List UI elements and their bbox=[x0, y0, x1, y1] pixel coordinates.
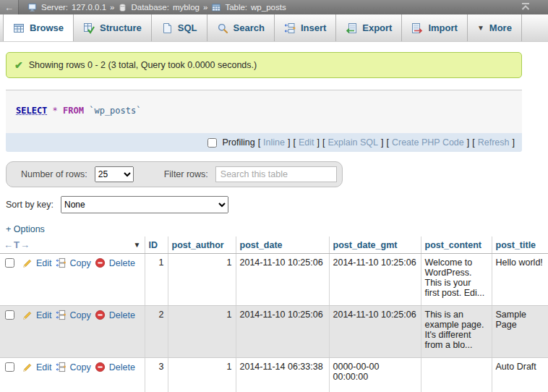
sql-query: SELECT * FROM `wp_posts` bbox=[16, 106, 141, 116]
cell-post-content[interactable]: Welcome to WordPress. This is your first… bbox=[421, 254, 492, 306]
column-header-id[interactable]: ID bbox=[145, 237, 168, 254]
cell-post-content[interactable]: This is an example page. It's different … bbox=[421, 306, 492, 358]
edit-row-link[interactable]: Edit bbox=[36, 310, 52, 320]
inline-link[interactable]: Inline bbox=[263, 137, 285, 148]
breadcrumb-bar: ← Server: 127.0.0.1 » Database: myblog »… bbox=[0, 0, 548, 14]
tab-browse[interactable]: Browse bbox=[3, 14, 74, 41]
tab-label: SQL bbox=[178, 22, 197, 33]
cell-post-date[interactable]: 2014-11-10 10:25:06 bbox=[236, 254, 329, 306]
column-header-post-title[interactable]: post_title bbox=[492, 237, 548, 254]
server-label: Server: bbox=[41, 3, 68, 12]
edit-query-link[interactable]: Edit bbox=[299, 137, 314, 148]
column-arrows-icon[interactable]: ←T→ bbox=[4, 239, 30, 250]
crumb-separator: » bbox=[110, 3, 114, 12]
copy-icon[interactable] bbox=[56, 362, 67, 372]
tab-sql[interactable]: SQL bbox=[152, 14, 207, 41]
cell-post-date-gmt[interactable]: 0000-00-00 00:00:00 bbox=[329, 358, 421, 392]
tab-more[interactable]: ▼ More bbox=[468, 14, 522, 41]
success-check-icon: ✔ bbox=[14, 59, 23, 71]
bracket: ] bbox=[317, 137, 320, 148]
sort-caret-icon[interactable]: ▼ bbox=[134, 241, 141, 249]
tab-search[interactable]: Search bbox=[207, 14, 275, 41]
sql-icon bbox=[161, 22, 173, 34]
cell-post-date-gmt[interactable]: 2014-11-10 10:25:06 bbox=[329, 254, 421, 306]
pencil-icon[interactable] bbox=[22, 258, 33, 268]
server-icon bbox=[27, 2, 38, 12]
cell-post-author[interactable]: 1 bbox=[168, 358, 236, 392]
database-icon bbox=[118, 3, 127, 12]
edit-row-link[interactable]: Edit bbox=[36, 258, 52, 268]
sort-by-key-label: Sort by key: bbox=[6, 200, 53, 210]
copy-icon[interactable] bbox=[56, 257, 67, 268]
column-header-post-date[interactable]: post_date bbox=[236, 237, 329, 254]
create-php-code-link[interactable]: Create PHP Code bbox=[392, 137, 464, 148]
export-icon bbox=[346, 22, 357, 34]
table-link[interactable]: wp_posts bbox=[251, 3, 286, 12]
pencil-icon[interactable] bbox=[22, 362, 33, 372]
bracket: [ bbox=[322, 137, 325, 148]
tab-structure[interactable]: Structure bbox=[74, 14, 152, 41]
import-icon bbox=[411, 22, 423, 34]
tab-export[interactable]: Export bbox=[336, 14, 402, 41]
cell-id[interactable]: 1 bbox=[145, 254, 168, 306]
delete-icon[interactable] bbox=[95, 362, 106, 372]
profiling-checkbox[interactable] bbox=[207, 138, 217, 148]
table-row: Edit Copy Delete 3 1 2014-11-14 06:33:38… bbox=[0, 358, 548, 392]
cell-post-date-gmt[interactable]: 2014-11-10 10:25:06 bbox=[329, 306, 421, 358]
row-checkbox[interactable] bbox=[5, 310, 14, 320]
pencil-icon[interactable] bbox=[22, 310, 33, 320]
table-label: Table: bbox=[225, 3, 247, 12]
cell-post-author[interactable]: 1 bbox=[168, 254, 236, 306]
cell-id[interactable]: 2 bbox=[145, 306, 168, 358]
bracket: [ bbox=[472, 137, 474, 148]
sql-keyword: FROM bbox=[63, 106, 84, 116]
cell-post-title[interactable]: Hello world! bbox=[492, 254, 548, 306]
delete-row-link[interactable]: Delete bbox=[109, 310, 135, 320]
tab-bar: Browse Structure SQL Search Insert Expor… bbox=[0, 14, 548, 42]
cell-post-title[interactable]: Auto Draft bbox=[492, 358, 548, 392]
tab-insert[interactable]: Insert bbox=[275, 14, 336, 41]
delete-row-link[interactable]: Delete bbox=[109, 362, 135, 372]
query-section: SELECT * FROM `wp_posts` Profiling [ Inl… bbox=[6, 90, 522, 152]
back-button[interactable]: ← bbox=[0, 0, 19, 14]
cell-post-author[interactable]: 1 bbox=[168, 306, 236, 358]
table-row: Edit Copy Delete 2 1 2014-11-10 10:25:06… bbox=[0, 306, 548, 358]
status-text: Showing rows 0 - 2 (3 total, Query took … bbox=[29, 60, 257, 70]
header-row: ←T→ ▼ ID post_author post_date post_date… bbox=[0, 237, 548, 254]
cell-id[interactable]: 3 bbox=[145, 358, 168, 392]
column-header-post-author[interactable]: post_author bbox=[168, 237, 236, 254]
cell-post-title[interactable]: Sample Page bbox=[492, 306, 548, 358]
column-header-post-content[interactable]: post_content bbox=[421, 237, 492, 254]
number-of-rows-select[interactable]: 25 bbox=[95, 166, 134, 182]
row-checkbox[interactable] bbox=[5, 362, 14, 372]
tab-label: Search bbox=[234, 22, 265, 33]
sort-by-key-select[interactable]: None bbox=[61, 196, 228, 213]
bracket: ] bbox=[288, 137, 290, 148]
cell-post-date[interactable]: 2014-11-14 06:33:38 bbox=[236, 358, 329, 392]
table-icon bbox=[211, 3, 221, 12]
filter-rows-input[interactable] bbox=[215, 166, 337, 182]
cell-post-content[interactable] bbox=[421, 358, 492, 392]
delete-row-link[interactable]: Delete bbox=[109, 258, 135, 268]
breadcrumb: Server: 127.0.0.1 » Database: myblog » T… bbox=[19, 2, 286, 12]
tab-label: More bbox=[489, 22, 512, 33]
copy-row-link[interactable]: Copy bbox=[70, 258, 91, 268]
collapse-icon[interactable] bbox=[521, 2, 531, 12]
tab-import[interactable]: Import bbox=[402, 14, 467, 41]
explain-sql-link[interactable]: Explain SQL bbox=[327, 137, 377, 148]
delete-icon[interactable] bbox=[95, 310, 106, 320]
edit-row-link[interactable]: Edit bbox=[36, 362, 52, 372]
table-row: Edit Copy Delete 1 1 2014-11-10 10:25:06… bbox=[0, 254, 548, 306]
column-header-post-date-gmt[interactable]: post_date_gmt bbox=[329, 237, 421, 254]
refresh-link[interactable]: Refresh bbox=[478, 137, 510, 148]
server-link[interactable]: 127.0.0.1 bbox=[72, 3, 106, 12]
copy-icon[interactable] bbox=[56, 310, 67, 320]
database-link[interactable]: myblog bbox=[173, 3, 200, 12]
copy-row-link[interactable]: Copy bbox=[70, 310, 91, 320]
row-checkbox[interactable] bbox=[5, 258, 14, 268]
main-content: ✔ Showing rows 0 - 2 (3 total, Query too… bbox=[0, 52, 522, 234]
options-toggle[interactable]: + Options bbox=[6, 224, 45, 234]
copy-row-link[interactable]: Copy bbox=[70, 362, 91, 372]
delete-icon[interactable] bbox=[95, 257, 106, 268]
cell-post-date[interactable]: 2014-11-10 10:25:06 bbox=[236, 306, 329, 358]
